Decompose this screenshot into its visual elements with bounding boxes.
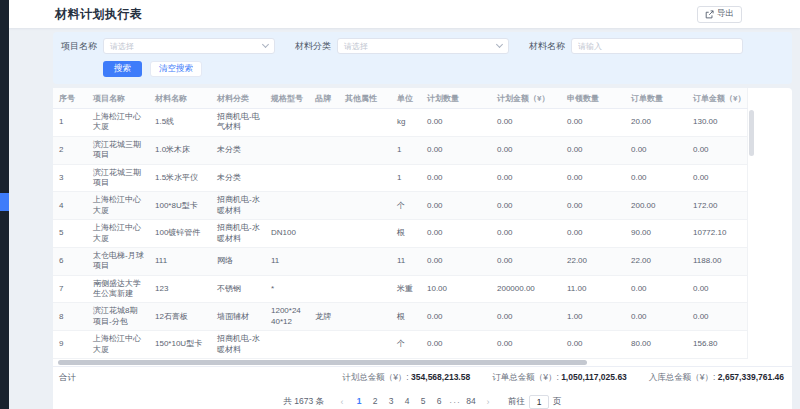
page-button-2[interactable]: 2 xyxy=(368,394,382,409)
table-cell: 0.00 xyxy=(625,164,687,192)
table-cell: 上海松江中心大厦 xyxy=(87,192,149,220)
search-button[interactable]: 搜索 xyxy=(103,61,142,77)
table-row[interactable]: 8滨江花城8期项目-分包12石膏板墙面辅材1200*2440*12龙牌根0.00… xyxy=(53,303,747,331)
vertical-scrollbar[interactable] xyxy=(749,110,754,356)
collapsed-sidebar[interactable] xyxy=(0,0,9,409)
table-cell: 130.00 xyxy=(687,109,747,137)
table-cell: 0.00 xyxy=(561,220,625,248)
material-category-select-placeholder: 请选择 xyxy=(344,41,368,52)
column-header: 单位 xyxy=(391,88,421,109)
table-row[interactable]: 6太仓电梯-月球项目111网络11110.000.0022.0022.00118… xyxy=(53,247,747,275)
page-button-4[interactable]: 4 xyxy=(400,394,414,409)
table-cell: 3 xyxy=(53,164,87,192)
table-cell: 0.00 xyxy=(687,303,747,331)
table-cell: 1.5米水平仪 xyxy=(149,164,211,192)
column-header: 订单数量 xyxy=(625,88,687,109)
page-button-last[interactable]: 84 xyxy=(464,394,478,409)
material-category-select[interactable]: 请选择 xyxy=(337,38,509,54)
more-pages-icon[interactable]: ··· xyxy=(449,397,461,407)
page-button-1[interactable]: 1 xyxy=(352,394,366,409)
table-cell xyxy=(339,164,391,192)
table-body: 1上海松江中心大厦1.5线招商机电-电气材料kg0.000.000.0020.0… xyxy=(53,109,747,359)
table-cell: 123 xyxy=(149,275,211,303)
table-cell: 12石膏板 xyxy=(149,303,211,331)
project-name-label: 项目名称 xyxy=(61,40,97,53)
table-cell: 0.00 xyxy=(421,192,491,220)
page-button-5[interactable]: 5 xyxy=(416,394,430,409)
prev-page-button[interactable]: ‹ xyxy=(335,394,349,409)
table-cell xyxy=(339,275,391,303)
horizontal-scrollbar-thumb[interactable] xyxy=(58,360,587,365)
table-cell: 4 xyxy=(53,192,87,220)
table-row[interactable]: 9上海松江中心大厦150*10U型卡招商机电-水暖材料个0.000.000.00… xyxy=(53,331,747,359)
page-button-3[interactable]: 3 xyxy=(384,394,398,409)
table-cell: 0.00 xyxy=(421,303,491,331)
table-cell: 200.00 xyxy=(625,192,687,220)
table-cell: 1200*2440*12 xyxy=(265,303,309,331)
table-cell: 0.00 xyxy=(561,331,625,359)
table-cell: 招商机电-水暖材料 xyxy=(211,331,265,359)
table-cell: 10772.10 xyxy=(687,220,747,248)
table-row[interactable]: 5上海松江中心大厦100镀锌管件招商机电-水暖材料DN100根0.000.000… xyxy=(53,220,747,248)
sidebar-active-item[interactable] xyxy=(0,193,9,211)
summary-totals: 计划总金额（¥）: 354,568,213.58订单总金额（¥）: 1,050,… xyxy=(342,372,784,384)
table-row[interactable]: 3滨江花城三期项目1.5米水平仪未分类10.000.000.000.000.00 xyxy=(53,164,747,192)
content-area: 项目名称 请选择 材料分类 请选择 材料名称 xyxy=(53,32,792,409)
table-cell: 100*8U型卡 xyxy=(149,192,211,220)
export-icon xyxy=(705,10,714,19)
materials-table: 序号项目名称材料名称材料分类规格型号品牌其他属性单位计划数量计划金额（¥）申领数… xyxy=(53,88,748,359)
table-row[interactable]: 4上海松江中心大厦100*8U型卡招商机电-水暖材料个0.000.000.002… xyxy=(53,192,747,220)
main-area: 材料计划执行表 导出 项目名称 请选择 xyxy=(9,0,800,409)
summary-label: 合计 xyxy=(59,372,76,384)
table-cell: 招商机电-水暖材料 xyxy=(211,192,265,220)
project-name-select[interactable]: 请选择 xyxy=(103,38,275,54)
table-cell: 11.00 xyxy=(561,275,625,303)
table-cell: 墙面辅材 xyxy=(211,303,265,331)
table-row[interactable]: 7南侧盛达大学生公寓新建123不锈钢*米重10.00200000.0011.00… xyxy=(53,275,747,303)
table-cell: 11 xyxy=(265,247,309,275)
table-cell: 1.0米木床 xyxy=(149,136,211,164)
horizontal-scrollbar[interactable] xyxy=(55,359,790,366)
table-cell xyxy=(339,109,391,137)
summary-total: 计划总金额（¥）: 354,568,213.58 xyxy=(342,372,470,384)
material-name-input[interactable] xyxy=(571,38,743,54)
table-cell: 156.80 xyxy=(687,331,747,359)
page-button-6[interactable]: 6 xyxy=(432,394,446,409)
table-cell: 11 xyxy=(391,247,421,275)
table-cell xyxy=(265,136,309,164)
table-cell: 太仓电梯-月球项目 xyxy=(87,247,149,275)
column-header: 其他属性 xyxy=(339,88,391,109)
column-header: 计划数量 xyxy=(421,88,491,109)
table-cell: 不锈钢 xyxy=(211,275,265,303)
column-header: 申领数量 xyxy=(561,88,625,109)
table-cell: 1.00 xyxy=(561,303,625,331)
table-cell: 150*10U型卡 xyxy=(149,331,211,359)
table-row[interactable]: 1上海松江中心大厦1.5线招商机电-电气材料kg0.000.000.0020.0… xyxy=(53,109,747,137)
table-cell: 0.00 xyxy=(561,192,625,220)
table-cell: 招商机电-电气材料 xyxy=(211,109,265,137)
table-cell: 0.00 xyxy=(625,303,687,331)
table-cell: 上海松江中心大厦 xyxy=(87,109,149,137)
table-cell: 1188.00 xyxy=(687,247,747,275)
table-cell: 滨江花城三期项目 xyxy=(87,164,149,192)
goto-page-input[interactable] xyxy=(529,395,549,409)
table-cell: 0.00 xyxy=(491,247,561,275)
export-button[interactable]: 导出 xyxy=(697,6,742,23)
next-page-button[interactable]: › xyxy=(481,394,495,409)
table-cell: 0.00 xyxy=(491,192,561,220)
table-cell xyxy=(339,303,391,331)
table-cell: 2 xyxy=(53,136,87,164)
table-cell: 0.00 xyxy=(421,331,491,359)
table-cell: 上海松江中心大厦 xyxy=(87,220,149,248)
table-cell: 0.00 xyxy=(491,136,561,164)
table-cell: 80.00 xyxy=(625,331,687,359)
table-cell: kg xyxy=(391,109,421,137)
vertical-scrollbar-thumb[interactable] xyxy=(749,110,754,156)
table-cell: 滨江花城三期项目 xyxy=(87,136,149,164)
clear-search-button[interactable]: 清空搜索 xyxy=(150,61,202,77)
table-cell: 22.00 xyxy=(561,247,625,275)
table-cell xyxy=(339,247,391,275)
column-header: 规格型号 xyxy=(265,88,309,109)
table-row[interactable]: 2滨江花城三期项目1.0米木床未分类10.000.000.000.000.00 xyxy=(53,136,747,164)
material-name-label: 材料名称 xyxy=(529,40,565,53)
